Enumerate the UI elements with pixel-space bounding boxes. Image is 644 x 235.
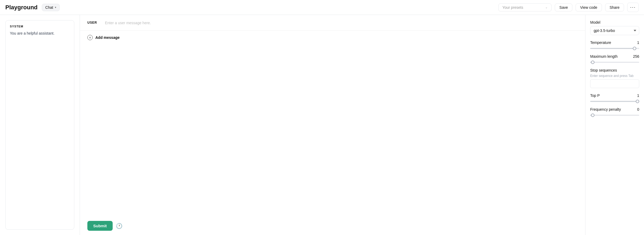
stop-sequences-hint: Enter sequence and press Tab — [590, 74, 639, 78]
mode-dropdown[interactable]: Chat ▾ — [42, 4, 60, 11]
chat-footer: Submit 🕐 — [80, 217, 585, 235]
frequency-penalty-value: 0 — [637, 107, 639, 112]
model-label: Model — [590, 20, 639, 24]
presets-chevron-icon: ⌄ — [545, 6, 548, 9]
temperature-group: Temperature 1 — [590, 40, 639, 49]
add-message-icon: + — [87, 35, 93, 40]
model-group: Model gpt-3.5-turbo gpt-4 — [590, 20, 639, 35]
temperature-slider-knob[interactable] — [633, 47, 636, 50]
max-length-slider-knob[interactable] — [591, 61, 594, 64]
save-button[interactable]: Save — [555, 3, 572, 11]
main-content: SYSTEM You are a helpful assistant. USER… — [0, 15, 644, 235]
temperature-slider-fill — [590, 48, 634, 49]
frequency-penalty-row: Frequency penalty 0 — [590, 107, 639, 112]
stop-sequences-group: Stop sequences Enter sequence and press … — [590, 68, 639, 88]
stop-sequences-input[interactable] — [590, 79, 639, 88]
top-p-slider-fill — [590, 101, 639, 102]
mode-dropdown-label: Chat — [45, 5, 53, 10]
history-icon[interactable]: 🕐 — [116, 223, 123, 229]
stop-sequences-label: Stop sequences — [590, 68, 639, 72]
max-length-value: 256 — [633, 54, 639, 59]
presets-placeholder: Your presets — [502, 5, 523, 10]
frequency-penalty-slider[interactable] — [590, 115, 639, 116]
settings-panel: Model gpt-3.5-turbo gpt-4 Temperature 1 … — [585, 15, 644, 235]
top-p-value: 1 — [637, 93, 639, 98]
model-select[interactable]: gpt-3.5-turbo gpt-4 — [590, 26, 639, 35]
max-length-row: Maximum length 256 — [590, 54, 639, 59]
presets-dropdown[interactable]: Your presets ⌄ — [498, 3, 552, 11]
chevron-down-icon: ▾ — [55, 6, 56, 9]
user-message-input[interactable]: Enter a user message here. — [105, 20, 578, 25]
header: Playground Chat ▾ Your presets ⌄ Save Vi… — [0, 0, 644, 15]
add-message-label: Add message — [95, 35, 120, 40]
max-length-label: Maximum length — [590, 54, 618, 59]
system-box[interactable]: SYSTEM You are a helpful assistant. — [5, 20, 74, 230]
temperature-row: Temperature 1 — [590, 40, 639, 45]
user-message-row: USER Enter a user message here. — [80, 15, 585, 31]
frequency-penalty-slider-knob[interactable] — [591, 114, 594, 117]
submit-button[interactable]: Submit — [87, 221, 113, 231]
temperature-label: Temperature — [590, 40, 611, 45]
top-p-row: Top P 1 — [590, 93, 639, 98]
max-length-slider[interactable] — [590, 62, 639, 63]
top-p-slider[interactable] — [590, 101, 639, 102]
system-label: SYSTEM — [10, 25, 70, 28]
add-message-row[interactable]: + Add message — [80, 31, 585, 44]
top-p-slider-knob[interactable] — [636, 100, 639, 103]
top-p-label: Top P — [590, 93, 600, 98]
frequency-penalty-group: Frequency penalty 0 — [590, 107, 639, 116]
max-length-group: Maximum length 256 — [590, 54, 639, 63]
temperature-value: 1 — [637, 40, 639, 45]
frequency-penalty-label: Frequency penalty — [590, 107, 621, 112]
chat-area: USER Enter a user message here. + Add me… — [80, 15, 585, 235]
temperature-slider[interactable] — [590, 48, 639, 49]
system-text[interactable]: You are a helpful assistant. — [10, 31, 70, 36]
app-title: Playground — [5, 4, 38, 11]
top-p-group: Top P 1 — [590, 93, 639, 102]
system-panel: SYSTEM You are a helpful assistant. — [0, 15, 80, 235]
more-button[interactable]: ··· — [627, 3, 639, 12]
share-button[interactable]: Share — [605, 3, 624, 11]
view-code-button[interactable]: View code — [576, 3, 602, 11]
user-label: USER — [87, 20, 101, 24]
